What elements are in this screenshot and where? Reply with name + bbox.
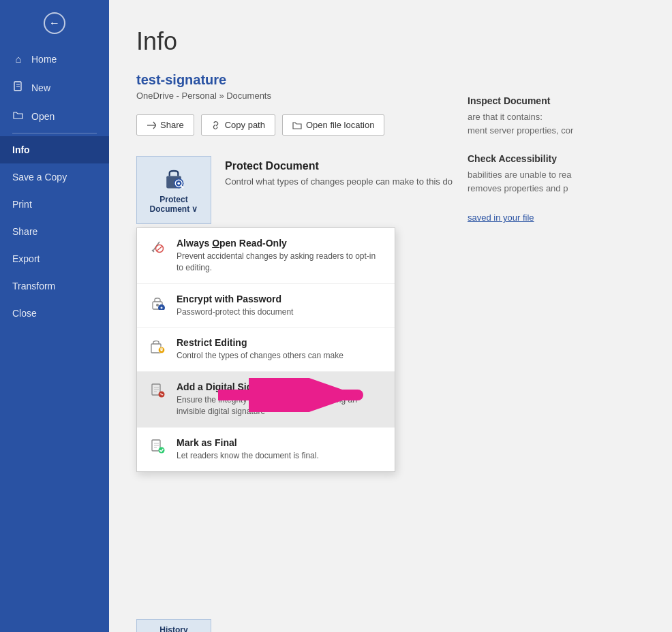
sidebar-item-print[interactable]: Print (0, 191, 109, 218)
protect-text-block: Protect Document Control what types of c… (225, 156, 453, 187)
digital-signature-desc: Ensure the integrity of the document by … (177, 394, 384, 417)
protect-description: Control what types of changes people can… (225, 176, 453, 187)
restrict-text: Restrict Editing Control the types of ch… (177, 337, 384, 362)
right-panel: Inspect Document are that it contains: m… (454, 82, 672, 255)
dropdown-item-mark-final[interactable]: Mark as Final Let readers know the docum… (137, 428, 395, 471)
history-button[interactable]: History (136, 619, 211, 632)
restrict-title: Restrict Editing (177, 337, 384, 348)
restrict-desc: Control the types of changes others can … (177, 350, 384, 362)
mark-final-desc: Let readers know the document is final. (177, 450, 384, 462)
open-file-location-button[interactable]: Open file location (282, 114, 384, 136)
copy-path-label: Copy path (225, 120, 265, 130)
sidebar-label-share: Share (12, 226, 37, 237)
dropdown-item-read-only[interactable]: Always Open Read-Only Prevent accidental… (137, 228, 395, 284)
manage-link: saved in your file (468, 211, 658, 225)
dropdown-item-restrict[interactable]: Restrict Editing Control the types of ch… (137, 328, 395, 372)
encrypt-desc: Password-protect this document (177, 306, 384, 318)
sidebar-item-transform[interactable]: Transform (0, 272, 109, 300)
sidebar-label-export: Export (12, 253, 40, 264)
read-only-desc: Prevent accidental changes by asking rea… (177, 251, 384, 274)
sidebar-label-open: Open (31, 111, 55, 122)
sidebar-item-save-copy[interactable]: Save a Copy (0, 163, 109, 191)
sidebar-item-share[interactable]: Share (0, 218, 109, 245)
restrict-icon (148, 337, 167, 353)
inspect-title: Inspect Document (468, 95, 658, 106)
sidebar-item-close[interactable]: Close (0, 300, 109, 327)
sidebar-label-info: Info (12, 144, 30, 155)
copy-path-icon (211, 121, 221, 130)
protect-document-button[interactable]: Protect Document ∨ (136, 156, 211, 224)
read-only-title: Always Open Read-Only (177, 238, 384, 249)
svg-point-28 (159, 447, 165, 453)
manage-section-right: saved in your file (468, 211, 658, 225)
share-button[interactable]: Share (136, 114, 194, 136)
back-circle-icon[interactable]: ← (44, 12, 65, 34)
mark-final-title: Mark as Final (177, 437, 384, 448)
saved-in-file-link[interactable]: saved in your file (468, 212, 534, 223)
digital-signature-text: Add a Digital Signature Ensure the integ… (177, 381, 384, 417)
sidebar-item-new[interactable]: New (0, 73, 109, 102)
sidebar-label-new: New (31, 82, 50, 93)
dropdown-item-digital-signature[interactable]: Add a Digital Signature Ensure the integ… (137, 372, 395, 428)
protect-document-label: Protect Document ∨ (142, 195, 205, 214)
open-icon (12, 110, 25, 122)
sidebar-item-home[interactable]: ⌂ Home (0, 45, 109, 73)
share-label: Share (160, 120, 184, 130)
svg-point-12 (156, 304, 159, 306)
svg-rect-18 (161, 349, 163, 351)
home-icon: ⌂ (12, 53, 25, 65)
dropdown-item-encrypt[interactable]: Encrypt with Password Password-protect t… (137, 284, 395, 328)
inspect-desc: are that it contains: ment server proper… (468, 110, 658, 137)
sidebar-item-open[interactable]: Open (0, 102, 109, 130)
sidebar-label-home: Home (31, 54, 57, 65)
encrypt-title: Encrypt with Password (177, 294, 384, 304)
accessibility-desc: babilities are unable to rea removes pro… (468, 168, 658, 195)
sidebar: ← ⌂ Home New Open Info Save a Copy Pr (0, 0, 109, 632)
read-only-text: Always Open Read-Only Prevent accidental… (177, 238, 384, 274)
read-only-icon (148, 238, 167, 254)
main-content: Info test-signature OneDrive - Personal … (109, 0, 672, 632)
digital-signature-icon (148, 381, 167, 398)
mark-final-icon (148, 437, 167, 454)
svg-point-6 (177, 182, 180, 185)
sidebar-label-save-copy: Save a Copy (12, 172, 67, 183)
sidebar-label-print: Print (12, 199, 32, 210)
copy-path-button[interactable]: Copy path (201, 114, 275, 136)
share-icon (147, 121, 156, 130)
encrypt-text: Encrypt with Password Password-protect t… (177, 294, 384, 318)
protect-document-icon (162, 166, 186, 191)
sidebar-divider (12, 133, 97, 133)
back-button[interactable]: ← (0, 0, 109, 45)
back-arrow-icon: ← (49, 17, 60, 29)
accessibility-section-right: Check Accessibility babilities are unabl… (468, 153, 658, 195)
protect-dropdown-menu: Always Open Read-Only Prevent accidental… (136, 227, 395, 472)
sidebar-item-export[interactable]: Export (0, 245, 109, 272)
new-icon (12, 81, 25, 94)
accessibility-title: Check Accessibility (468, 153, 658, 164)
folder-icon (292, 121, 302, 129)
page-title: Info (136, 27, 645, 56)
open-file-location-label: Open file location (306, 120, 374, 130)
inspect-section-right: Inspect Document are that it contains: m… (468, 95, 658, 137)
sidebar-label-close: Close (12, 308, 37, 319)
digital-signature-title: Add a Digital Signature (177, 381, 384, 392)
sidebar-item-info[interactable]: Info (0, 136, 109, 163)
encrypt-icon (148, 294, 167, 310)
mark-final-text: Mark as Final Let readers know the docum… (177, 437, 384, 462)
sidebar-label-transform: Transform (12, 281, 55, 291)
svg-line-10 (157, 247, 162, 251)
history-label: History (159, 625, 187, 632)
protect-title: Protect Document (225, 160, 453, 172)
